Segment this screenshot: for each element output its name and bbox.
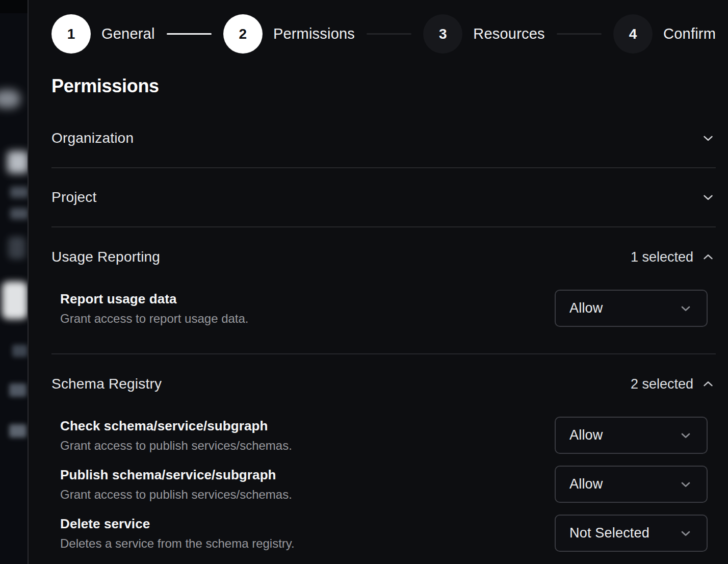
blurred-nav-item bbox=[8, 237, 25, 259]
section-schema-registry: Schema Registry 2 selected Check schema/… bbox=[51, 354, 716, 564]
blurred-text-line bbox=[10, 208, 28, 219]
step-resources-number: 3 bbox=[423, 14, 462, 54]
permission-select-delete-service[interactable]: Not Selected bbox=[555, 515, 708, 552]
selected-count-badge: 1 selected bbox=[631, 249, 693, 265]
permission-row-publish-schema: Publish schema/service/subgraph Grant ac… bbox=[51, 466, 716, 503]
permission-title: Delete service bbox=[60, 516, 295, 532]
step-connector-3 bbox=[557, 33, 602, 35]
blurred-topbar bbox=[0, 0, 28, 13]
section-project: Project bbox=[51, 168, 716, 227]
chevron-up-icon bbox=[700, 376, 716, 392]
permission-row-delete-service: Delete service Deletes a service from th… bbox=[51, 515, 716, 552]
section-schema-registry-title: Schema Registry bbox=[51, 376, 162, 392]
permission-description: Deletes a service from the schema regist… bbox=[60, 536, 295, 551]
chevron-down-icon bbox=[679, 428, 693, 443]
step-general-number: 1 bbox=[51, 14, 91, 54]
step-confirm-label: Confirm bbox=[663, 25, 716, 42]
permission-description: Grant access to report usage data. bbox=[60, 312, 249, 326]
step-permissions-number: 2 bbox=[223, 14, 263, 54]
blurred-text-line bbox=[10, 187, 28, 198]
permission-description: Grant access to publish services/schemas… bbox=[60, 488, 292, 502]
permission-select-value: Allow bbox=[569, 427, 603, 443]
permission-select-publish-schema[interactable]: Allow bbox=[555, 466, 708, 503]
section-project-header[interactable]: Project bbox=[51, 168, 716, 226]
permission-description: Grant access to publish services/schemas… bbox=[60, 439, 292, 453]
step-general-label: General bbox=[101, 25, 155, 42]
permission-select-value: Allow bbox=[569, 476, 603, 492]
permission-title: Report usage data bbox=[60, 291, 249, 307]
permission-title: Check schema/service/subgraph bbox=[60, 418, 292, 434]
permission-select-value: Not Selected bbox=[569, 525, 649, 541]
blurred-nav-pill bbox=[0, 90, 20, 108]
blurred-background-sidebar bbox=[0, 0, 28, 564]
step-confirm[interactable]: 4 Confirm bbox=[613, 14, 716, 54]
chevron-down-icon bbox=[700, 131, 716, 146]
blurred-active-card bbox=[2, 281, 28, 319]
blurred-account-badge bbox=[7, 151, 28, 173]
wizard-stepper: 1 General 2 Permissions 3 Resources 4 Co… bbox=[51, 14, 716, 54]
chevron-up-icon bbox=[700, 249, 716, 265]
blurred-nav-item bbox=[9, 424, 27, 438]
section-organization-header[interactable]: Organization bbox=[51, 109, 716, 167]
section-schema-registry-header[interactable]: Schema Registry 2 selected bbox=[51, 354, 716, 392]
step-resources-label: Resources bbox=[473, 25, 544, 42]
section-usage-reporting-title: Usage Reporting bbox=[51, 249, 160, 265]
chevron-down-icon bbox=[679, 477, 693, 492]
permission-row-report-usage-data: Report usage data Grant access to report… bbox=[51, 290, 716, 327]
chevron-down-icon bbox=[700, 190, 716, 205]
step-connector-2 bbox=[367, 33, 411, 35]
permission-select-check-schema[interactable]: Allow bbox=[555, 417, 708, 454]
permission-title: Publish schema/service/subgraph bbox=[60, 467, 292, 483]
chevron-down-icon bbox=[679, 526, 693, 541]
blurred-nav-item bbox=[9, 383, 27, 397]
step-confirm-number: 4 bbox=[613, 14, 653, 54]
section-organization: Organization bbox=[51, 109, 716, 168]
chevron-down-icon bbox=[679, 301, 693, 316]
selected-count-badge: 2 selected bbox=[631, 376, 693, 392]
permission-select-report-usage-data[interactable]: Allow bbox=[555, 290, 708, 327]
permission-select-value: Allow bbox=[569, 300, 603, 316]
step-permissions-label: Permissions bbox=[273, 25, 355, 42]
create-key-wizard-panel: 1 General 2 Permissions 3 Resources 4 Co… bbox=[29, 0, 728, 564]
page-title: Permissions bbox=[51, 75, 716, 97]
section-organization-title: Organization bbox=[51, 130, 134, 146]
step-permissions[interactable]: 2 Permissions bbox=[223, 14, 355, 54]
permission-row-check-schema: Check schema/service/subgraph Grant acce… bbox=[51, 417, 716, 454]
blurred-nav-item bbox=[12, 345, 28, 357]
section-usage-reporting-header[interactable]: Usage Reporting 1 selected bbox=[51, 227, 716, 265]
step-resources[interactable]: 3 Resources bbox=[423, 14, 544, 54]
section-usage-reporting: Usage Reporting 1 selected Report usage … bbox=[51, 227, 716, 354]
step-general[interactable]: 1 General bbox=[51, 14, 155, 54]
step-connector-1 bbox=[167, 33, 212, 35]
section-project-title: Project bbox=[51, 189, 97, 206]
